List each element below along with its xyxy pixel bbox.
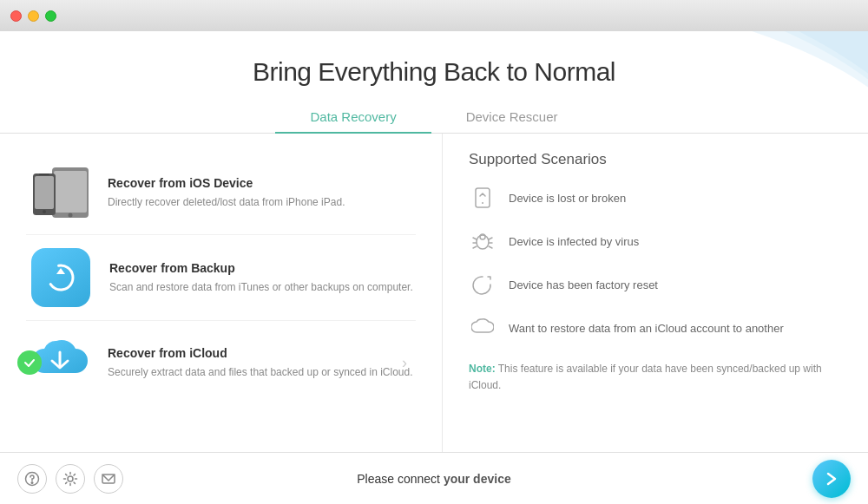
minimize-button[interactable] <box>28 10 39 22</box>
cloud-scenario-icon <box>469 314 496 342</box>
scenario-icloud-text: Want to restore data from an iCloud acco… <box>509 322 784 335</box>
scenario-factory-reset-text: Device has been factory reset <box>509 278 658 291</box>
backup-option-text: Recover from Backup Scan and restore dat… <box>109 261 413 295</box>
recover-icloud-option[interactable]: Recover from iCloud Securely extract dat… <box>26 321 416 404</box>
svg-point-12 <box>477 235 489 249</box>
svg-point-5 <box>43 210 46 213</box>
scenario-lost-broken: Device is lost or broken <box>469 184 842 212</box>
ios-devices-svg <box>26 163 94 222</box>
scenario-virus: Device is infected by virus <box>469 227 842 255</box>
email-button[interactable] <box>94 464 123 494</box>
close-button[interactable] <box>10 10 22 22</box>
reset-icon <box>469 271 496 298</box>
maximize-button[interactable] <box>45 10 56 22</box>
ios-device-icon <box>26 163 94 222</box>
selected-checkmark <box>17 350 42 375</box>
tab-device-rescuer[interactable]: Device Rescuer <box>431 102 593 133</box>
icloud-option-title: Recover from iCloud <box>108 346 413 360</box>
icloud-arrow-indicator: › <box>402 354 407 372</box>
bottom-icons <box>17 464 123 494</box>
svg-point-22 <box>68 476 73 481</box>
backup-option-desc: Scan and restore data from iTunes or oth… <box>109 279 413 295</box>
svg-line-16 <box>489 238 492 239</box>
svg-rect-6 <box>39 173 49 175</box>
svg-line-19 <box>489 246 492 248</box>
scenario-factory-reset: Device has been factory reset <box>469 271 842 298</box>
header-section: Bring Everything Back to Normal Data Rec… <box>0 31 868 134</box>
svg-line-14 <box>473 238 477 239</box>
recover-backup-option[interactable]: Recover from Backup Scan and restore dat… <box>26 235 416 321</box>
title-bar <box>0 0 868 31</box>
phone-lost-icon <box>469 184 496 212</box>
main-title: Bring Everything Back to Normal <box>0 57 868 87</box>
bug-icon <box>469 227 496 255</box>
scenarios-note: Note: This feature is available if your … <box>469 357 842 394</box>
main-content: Bring Everything Back to Normal Data Rec… <box>0 31 868 504</box>
note-highlight: Note: <box>469 363 496 375</box>
svg-point-7 <box>47 264 75 291</box>
scenario-icloud: Want to restore data from an iCloud acco… <box>469 314 842 342</box>
scenario-virus-text: Device is infected by virus <box>509 235 639 248</box>
svg-point-21 <box>31 481 33 483</box>
backup-icon <box>26 247 95 308</box>
backup-svg <box>44 261 77 294</box>
ios-option-title: Recover from iOS Device <box>108 176 345 190</box>
bottom-bar: Please connect your device <box>0 452 868 504</box>
svg-rect-10 <box>476 188 490 207</box>
settings-button[interactable] <box>56 464 85 494</box>
tab-data-recovery[interactable]: Data Recovery <box>275 102 431 133</box>
ios-option-text: Recover from iOS Device Directly recover… <box>108 176 345 210</box>
scenario-lost-text: Device is lost or broken <box>509 192 626 205</box>
recover-ios-option[interactable]: Recover from iOS Device Directly recover… <box>26 151 416 235</box>
content-area: Recover from iOS Device Directly recover… <box>0 134 868 452</box>
ios-option-desc: Directly recover deleted/lost data from … <box>108 194 345 210</box>
svg-point-2 <box>69 213 73 218</box>
tabs-container: Data Recovery Device Rescuer <box>0 102 868 134</box>
status-text-plain: Please connect <box>357 472 444 486</box>
svg-rect-4 <box>35 176 54 209</box>
svg-rect-1 <box>54 171 87 213</box>
svg-line-18 <box>473 246 477 248</box>
bottom-status: Please connect your device <box>357 472 510 486</box>
scenarios-title: Supported Scenarios <box>469 151 842 168</box>
svg-marker-8 <box>56 268 65 274</box>
backup-option-title: Recover from Backup <box>109 261 413 275</box>
next-button[interactable] <box>812 460 851 498</box>
left-panel: Recover from iOS Device Directly recover… <box>0 134 443 452</box>
icloud-option-desc: Securely extract data and files that bac… <box>108 364 413 380</box>
help-button[interactable] <box>17 464 47 494</box>
icloud-option-text: Recover from iCloud Securely extract dat… <box>108 346 413 380</box>
status-text-bold: your device <box>444 472 511 486</box>
right-panel: Supported Scenarios Device is lost or br… <box>443 134 868 452</box>
